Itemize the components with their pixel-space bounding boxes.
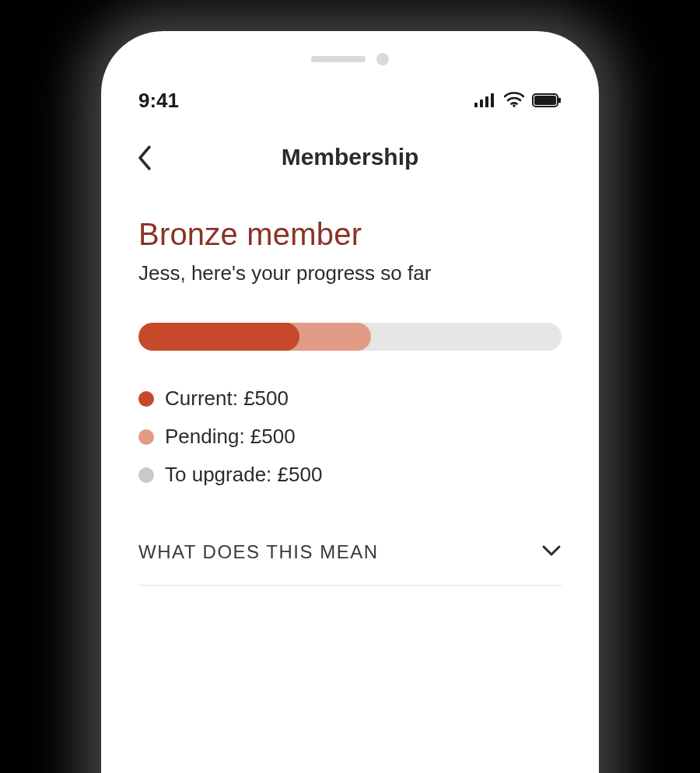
back-button[interactable] bbox=[135, 144, 154, 175]
membership-tier: Bronze member bbox=[138, 217, 562, 252]
svg-rect-2 bbox=[485, 96, 488, 107]
content-area: Bronze member Jess, here's your progress… bbox=[101, 178, 599, 586]
accordion-label: WHAT DOES THIS MEAN bbox=[138, 541, 379, 563]
dot-icon-pending bbox=[138, 429, 154, 445]
legend-upgrade-label: To upgrade: £500 bbox=[165, 463, 322, 487]
chevron-down-icon bbox=[541, 544, 562, 560]
legend-pending-label: Pending: £500 bbox=[165, 425, 296, 449]
svg-rect-7 bbox=[558, 98, 561, 103]
battery-icon bbox=[532, 89, 562, 113]
chevron-left-icon bbox=[135, 144, 154, 172]
cellular-icon bbox=[474, 89, 496, 113]
progress-bar bbox=[138, 323, 562, 351]
progress-current-segment bbox=[138, 323, 299, 351]
svg-rect-3 bbox=[491, 93, 494, 107]
legend-current-label: Current: £500 bbox=[165, 386, 289, 411]
device-notch bbox=[101, 31, 599, 65]
progress-legend: Current: £500 Pending: £500 To upgrade: … bbox=[138, 386, 562, 487]
svg-rect-6 bbox=[534, 96, 556, 105]
svg-rect-0 bbox=[474, 103, 478, 107]
speaker-grill bbox=[311, 56, 366, 62]
front-camera bbox=[376, 53, 389, 65]
status-bar: 9:41 bbox=[101, 65, 599, 121]
what-does-this-mean-accordion[interactable]: WHAT DOES THIS MEAN bbox=[138, 541, 562, 586]
wifi-icon bbox=[504, 89, 524, 113]
dot-icon-upgrade bbox=[138, 467, 154, 483]
dot-icon-current bbox=[138, 391, 154, 407]
legend-upgrade: To upgrade: £500 bbox=[138, 463, 562, 487]
legend-current: Current: £500 bbox=[138, 386, 562, 411]
status-time: 9:41 bbox=[138, 89, 179, 113]
status-indicators bbox=[474, 89, 562, 113]
legend-pending: Pending: £500 bbox=[138, 425, 562, 449]
svg-rect-1 bbox=[480, 100, 483, 107]
progress-subtitle: Jess, here's your progress so far bbox=[138, 261, 562, 285]
phone-frame: 9:41 bbox=[101, 31, 599, 773]
page-title: Membership bbox=[282, 144, 419, 170]
svg-point-4 bbox=[513, 104, 516, 107]
nav-bar: Membership bbox=[101, 121, 599, 178]
